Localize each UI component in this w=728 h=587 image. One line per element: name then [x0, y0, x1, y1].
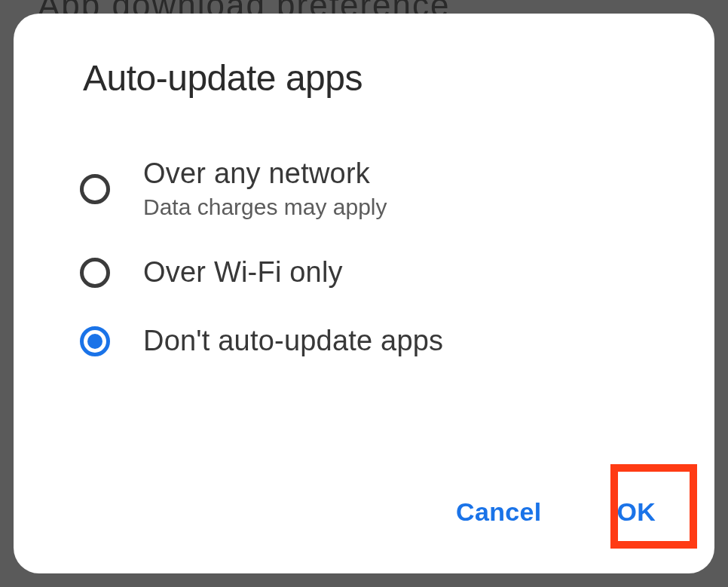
option-label: Over Wi-Fi only — [143, 256, 343, 289]
radio-icon — [80, 174, 110, 204]
option-subtitle: Data charges may apply — [143, 194, 387, 220]
option-text: Over Wi-Fi only — [143, 256, 343, 289]
option-label: Don't auto-update apps — [143, 325, 443, 357]
option-text: Don't auto-update apps — [143, 325, 443, 357]
option-text: Over any network Data charges may apply — [143, 157, 387, 220]
dialog-title: Auto-update apps — [83, 57, 672, 99]
radio-icon — [80, 326, 110, 356]
ok-button[interactable]: OK — [603, 485, 669, 539]
option-over-any-network[interactable]: Over any network Data charges may apply — [80, 157, 672, 220]
cancel-button[interactable]: Cancel — [442, 485, 555, 539]
dialog-actions: Cancel OK — [56, 485, 672, 543]
option-over-wifi-only[interactable]: Over Wi-Fi only — [80, 256, 672, 289]
option-dont-auto-update[interactable]: Don't auto-update apps — [80, 325, 672, 357]
option-label: Over any network — [143, 157, 387, 190]
radio-icon — [80, 258, 110, 288]
auto-update-dialog: Auto-update apps Over any network Data c… — [14, 14, 714, 573]
options-list: Over any network Data charges may apply … — [80, 157, 672, 357]
